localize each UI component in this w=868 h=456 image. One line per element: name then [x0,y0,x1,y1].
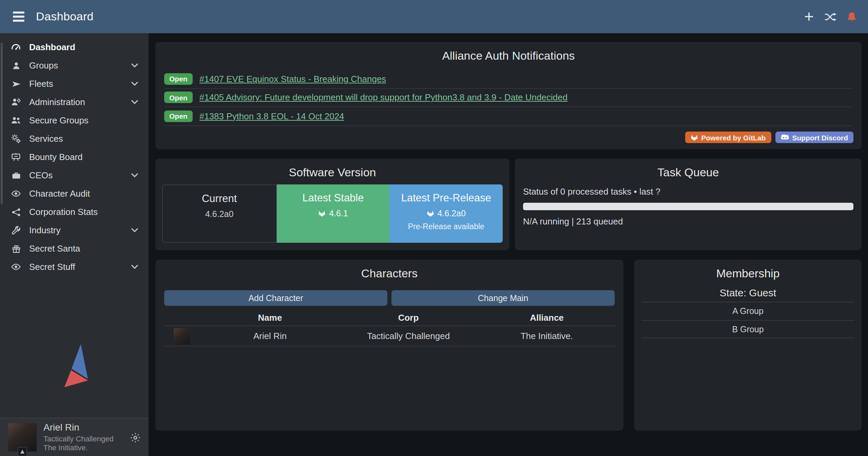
gitlab-badge[interactable]: Powered by GitLab [685,132,771,143]
notification-link[interactable]: #1405 Advisory: Future development will … [199,93,567,103]
software-version-panel: Software Version Current 4.6.2a0 Latest … [155,159,509,250]
version-number: 4.6.1 [329,209,348,218]
status-badge: Open [164,92,193,103]
sidebar-item-dashboard[interactable]: Dashboard [0,38,149,56]
software-version-title: Software Version [155,159,509,180]
alliance-logo [0,343,149,389]
notifications-list: Open #1407 EVE Equinox Status - Breaking… [164,70,853,126]
sidebar-item-label: Bounty Board [29,152,83,162]
notifications-button[interactable] [847,11,857,22]
character-corp: Tactically Challenged [339,331,478,341]
membership-title: Membership [634,260,862,281]
membership-panel: Membership State: Guest A Group B Group [634,260,862,431]
sidebar-item-administration[interactable]: Administration [0,93,149,111]
notification-link[interactable]: #1383 Python 3.8 EOL - 14 Oct 2024 [199,111,344,121]
sidebar-item-label: Fleets [29,79,53,89]
version-number: 4.6.2a0 [205,210,233,219]
eye-icon [10,189,22,199]
notification-row: Open #1407 EVE Equinox Status - Breaking… [164,70,853,88]
discord-badge-label: Support Discord [792,133,848,141]
gift-icon [10,244,22,253]
character-row: Ariel Rin Tactically Challenged The Init… [163,326,616,346]
character-portrait [174,328,190,344]
sidebar-item-ceos[interactable]: CEOs [0,166,149,184]
character-alliance: The Initiative. [478,331,616,341]
chevron-down-icon [131,100,138,104]
version-stable-cell: Latest Stable 4.6.1 [276,184,389,243]
sidebar-item-services[interactable]: Services [0,130,149,148]
sidebar-item-secret-santa[interactable]: Secret Santa [0,239,149,258]
sidebar-scrollbar[interactable] [1,43,3,204]
sidebar-item-label: Groups [29,60,58,71]
add-button[interactable] [804,12,814,22]
task-queue-body: Status of 0 processed tasks • last ? N/A… [523,186,853,226]
version-label: Latest Stable [276,192,389,204]
chevron-down-icon [131,63,138,68]
chevron-down-icon [131,81,138,86]
characters-table-header: Name Corp Alliance [163,310,616,326]
user-info: Ariel Rin Tactically Challenged The Init… [43,422,114,453]
notifications-panel: Alliance Auth Notifications Open #1407 E… [155,42,862,149]
version-label: Current [163,193,276,205]
notification-link[interactable]: #1407 EVE Equinox Status - Breaking Chan… [199,74,386,84]
notification-row: Open #1383 Python 3.8 EOL - 14 Oct 2024 [164,107,853,126]
billboard-icon [10,152,22,162]
character-name: Ariel Rin [201,331,339,341]
version-current-cell: Current 4.6.2a0 [162,184,276,243]
navbar-actions [804,11,857,22]
shuffle-button[interactable] [824,12,836,21]
chevron-down-icon [131,264,138,269]
top-navbar: Dashboard [0,0,868,33]
membership-state: State: Guest [634,287,862,298]
sidebar-item-label: Corporation Stats [29,207,98,217]
prerelease-note: Pre-Release available [390,222,503,231]
sidebar-item-label: CEOs [29,170,53,180]
corp-logo-badge [18,447,27,456]
version-number: 4.6.2a0 [438,209,466,218]
group-item: B Group [642,320,854,338]
main-content: Alliance Auth Notifications Open #1407 E… [149,33,868,456]
app-root: Dashboard Dashboard [0,0,868,456]
sidebar-item-label: Dashboard [29,42,75,52]
sidebar-item-character-audit[interactable]: Character Audit [0,184,149,203]
sidebar-item-industry[interactable]: Industry [0,221,149,239]
jet-icon [10,79,22,88]
briefcase-icon [10,171,22,180]
user-panel: Ariel Rin Tactically Challenged The Init… [0,418,149,456]
group-item: A Group [642,302,854,320]
task-queue-status: Status of 0 processed tasks • last ? [523,186,853,197]
sidebar-item-secret-stuff[interactable]: Secret Stuff [0,258,149,276]
characters-table: Name Corp Alliance Ariel Rin Tactically … [163,310,616,346]
user-settings-button[interactable] [130,432,140,442]
notifications-title: Alliance Auth Notifications [155,42,862,63]
sidebar: Dashboard Groups Fleets Administration [0,33,149,456]
sidebar-item-fleets[interactable]: Fleets [0,75,149,93]
add-character-button[interactable]: Add Character [164,290,387,306]
notification-row: Open #1405 Advisory: Future development … [164,88,853,107]
shuffle-icon [824,12,836,21]
sidebar-item-corporation-stats[interactable]: Corporation Stats [0,203,149,221]
sidebar-item-secure-groups[interactable]: Secure Groups [0,111,149,130]
gitlab-icon [318,210,326,217]
task-progress-bar [523,203,853,210]
sidebar-item-label: Industry [29,225,61,235]
share-icon [10,207,22,217]
user-icon [10,61,22,70]
sidebar-item-label: Secret Stuff [29,262,75,272]
sidebar-item-groups[interactable]: Groups [0,56,149,75]
gitlab-icon [427,210,434,217]
status-badge: Open [164,111,193,122]
sidebar-item-bounty-board[interactable]: Bounty Board [0,148,149,166]
task-queue-panel: Task Queue Status of 0 processed tasks •… [515,159,862,250]
gitlab-badge-label: Powered by GitLab [701,133,766,141]
users-icon [10,115,22,125]
sidebar-item-label: Administration [29,97,85,107]
change-main-button[interactable]: Change Main [391,290,615,306]
sidebar-toggle-button[interactable] [12,11,26,23]
chevron-down-icon [131,228,138,233]
notifications-footer: Powered by GitLab Support Discord [685,132,853,143]
character-actions: Add Character Change Main [164,290,615,306]
discord-badge[interactable]: Support Discord [775,132,853,143]
sidebar-menu: Dashboard Groups Fleets Administration [0,33,149,276]
discord-icon [780,134,789,140]
